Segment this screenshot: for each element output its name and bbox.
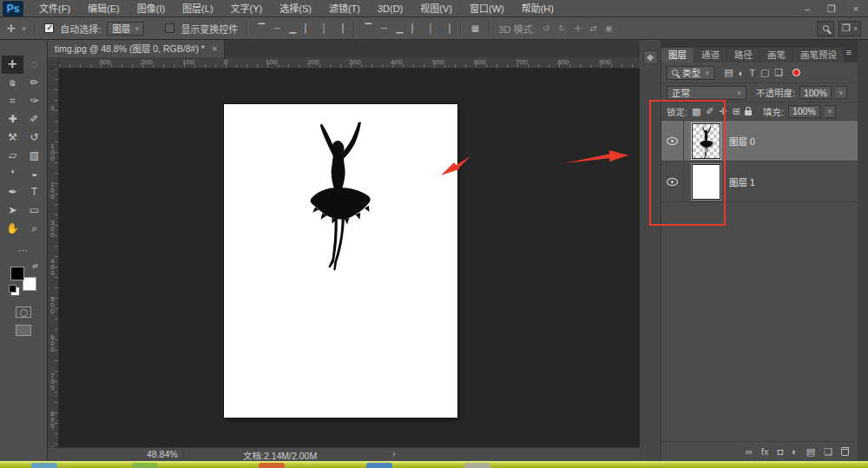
- crop-tool[interactable]: ⌗: [2, 92, 23, 110]
- move-tool[interactable]: ✛: [2, 56, 23, 74]
- quick-selection-tool[interactable]: ✏: [23, 74, 45, 92]
- filter-pixel-layers-icon[interactable]: ▤: [724, 67, 733, 78]
- edit-toolbar-icon[interactable]: ⋯: [0, 245, 47, 256]
- new-group-icon[interactable]: ▤: [806, 446, 815, 458]
- status-options-arrow[interactable]: ›: [392, 448, 396, 458]
- 3d-rotate-icon[interactable]: ↺: [542, 23, 552, 33]
- new-adjustment-layer-icon[interactable]: ◐: [792, 446, 798, 457]
- search-button[interactable]: [817, 21, 834, 36]
- taskbar-app-1[interactable]: [31, 463, 57, 468]
- workspace-switcher[interactable]: ❐ ∨: [838, 21, 861, 36]
- ruler-origin-corner[interactable]: [48, 57, 59, 69]
- screen-mode-button[interactable]: [16, 325, 31, 336]
- align-right-edges-icon[interactable]: ▕: [334, 23, 345, 33]
- fill-field[interactable]: 100%: [788, 105, 820, 118]
- clone-stamp-tool[interactable]: ⚒: [2, 129, 23, 147]
- menu-item[interactable]: 文件(F): [30, 0, 79, 17]
- opacity-caret[interactable]: ∨: [836, 86, 847, 99]
- type-tool[interactable]: T: [23, 183, 45, 201]
- default-colors-icon[interactable]: [9, 285, 16, 293]
- shape-tool[interactable]: ▭: [23, 201, 45, 220]
- marquee-tool[interactable]: ◌: [23, 56, 45, 74]
- distribute-horizontal-centers-icon[interactable]: │: [425, 23, 436, 33]
- panel-tab[interactable]: 画笔: [760, 48, 792, 63]
- auto-select-target-dropdown[interactable]: 图层 ∨: [107, 22, 144, 36]
- pasteboard[interactable]: [59, 69, 640, 447]
- link-layers-icon[interactable]: ∞: [746, 446, 753, 457]
- document-tab[interactable]: timg.jpg @ 48.8% (图层 0, RGB/8#) * ×: [48, 40, 225, 57]
- spot-healing-brush-tool[interactable]: ✚: [2, 110, 23, 129]
- close-button[interactable]: ×: [844, 0, 868, 17]
- distribute-right-edges-icon[interactable]: ▕: [441, 23, 451, 33]
- swap-colors-icon[interactable]: ⇄: [32, 262, 38, 270]
- panel-tab[interactable]: 画笔预设: [793, 48, 844, 63]
- opacity-field[interactable]: 100%: [799, 86, 832, 99]
- delete-layer-icon[interactable]: [841, 447, 849, 456]
- menu-item[interactable]: 图像(I): [128, 0, 174, 17]
- distribute-bottom-edges-icon[interactable]: ▁: [394, 23, 404, 33]
- brush-tool[interactable]: ✐: [23, 110, 45, 129]
- lock-all-icon[interactable]: [745, 110, 752, 115]
- panel-tab[interactable]: 路径: [727, 48, 760, 63]
- background-color-swatch[interactable]: [23, 277, 36, 291]
- distribute-top-edges-icon[interactable]: ▔: [363, 23, 373, 33]
- align-top-edges-icon[interactable]: ▔: [256, 23, 266, 33]
- panel-tab[interactable]: 图层: [661, 48, 694, 63]
- distribute-vertical-centers-icon[interactable]: ─: [378, 23, 389, 33]
- menu-item[interactable]: 窗口(W): [461, 0, 513, 17]
- filter-smart-objects-icon[interactable]: ❏: [774, 67, 783, 78]
- menu-item[interactable]: 编辑(E): [79, 0, 128, 17]
- layer-effects-icon[interactable]: fx: [761, 446, 769, 457]
- dodge-tool[interactable]: ◒: [23, 165, 45, 183]
- panel-menu-icon[interactable]: ≡: [840, 45, 858, 60]
- foreground-color-swatch[interactable]: [10, 267, 24, 280]
- eraser-tool[interactable]: ▱: [2, 147, 23, 165]
- menu-item[interactable]: 3D(D): [369, 0, 411, 17]
- zoom-level-field[interactable]: 48.84%: [141, 449, 184, 459]
- vertical-ruler[interactable]: 0100200300400500600700800900: [48, 69, 59, 447]
- collapsed-panel-icon[interactable]: ❖: [643, 50, 658, 64]
- close-tab-icon[interactable]: ×: [212, 40, 217, 57]
- history-brush-tool[interactable]: ↺: [23, 129, 45, 147]
- blur-tool[interactable]: ❛: [2, 165, 23, 183]
- taskbar-app-4[interactable]: [366, 463, 392, 468]
- tool-preset-caret-icon[interactable]: ∨: [22, 25, 26, 32]
- align-left-edges-icon[interactable]: ▏: [303, 23, 313, 33]
- 3d-roll-icon[interactable]: ↻: [557, 23, 568, 33]
- taskbar-app-2[interactable]: [132, 463, 158, 468]
- 3d-scale-icon[interactable]: ◉: [604, 23, 615, 33]
- eyedropper-tool[interactable]: ✑: [23, 92, 45, 110]
- auto-align-layers-icon[interactable]: ▦: [470, 23, 480, 33]
- hand-tool[interactable]: ✋: [2, 220, 23, 238]
- quick-mask-button[interactable]: [16, 307, 31, 318]
- menu-item[interactable]: 图层(L): [174, 0, 221, 17]
- taskbar-app-5[interactable]: [464, 463, 490, 468]
- menu-item[interactable]: 滤镜(T): [320, 0, 369, 17]
- 3d-drag-icon[interactable]: ✛: [573, 23, 583, 33]
- blend-mode-dropdown[interactable]: 正常 ∨: [667, 86, 746, 100]
- menu-item[interactable]: 视图(V): [411, 0, 461, 17]
- restore-button[interactable]: ❐: [819, 0, 844, 17]
- 3d-slide-icon[interactable]: ⇄: [589, 23, 599, 33]
- filter-type-dropdown[interactable]: 类型 ∨: [667, 66, 714, 80]
- document-canvas[interactable]: [224, 104, 457, 418]
- menu-item[interactable]: 文字(Y): [222, 0, 272, 17]
- filter-adjustment-layers-icon[interactable]: ◐: [739, 68, 745, 78]
- menu-item[interactable]: 选择(S): [271, 0, 320, 17]
- pen-tool[interactable]: ✒: [2, 183, 23, 201]
- lasso-tool[interactable]: ҩ: [2, 74, 23, 92]
- distribute-left-edges-icon[interactable]: ▏: [410, 23, 420, 33]
- horizontal-ruler[interactable]: 3002001000100200300400500600700800900100…: [59, 57, 640, 69]
- fill-caret[interactable]: ∨: [825, 105, 836, 118]
- filter-type-layers-icon[interactable]: T: [749, 68, 755, 78]
- panel-tab[interactable]: 通道: [694, 48, 727, 63]
- show-transform-controls-checkbox[interactable]: [165, 23, 174, 33]
- add-layer-mask-icon[interactable]: ◘: [777, 446, 783, 457]
- auto-select-checkbox[interactable]: [44, 23, 54, 33]
- zoom-tool[interactable]: ⌕: [23, 220, 45, 238]
- align-vertical-centers-icon[interactable]: ─: [272, 23, 282, 33]
- move-tool-icon[interactable]: ✛: [7, 23, 16, 35]
- align-horizontal-centers-icon[interactable]: │: [319, 23, 329, 33]
- path-selection-tool[interactable]: ➤: [2, 201, 23, 220]
- lock-artboard-icon[interactable]: ⊞: [733, 106, 740, 117]
